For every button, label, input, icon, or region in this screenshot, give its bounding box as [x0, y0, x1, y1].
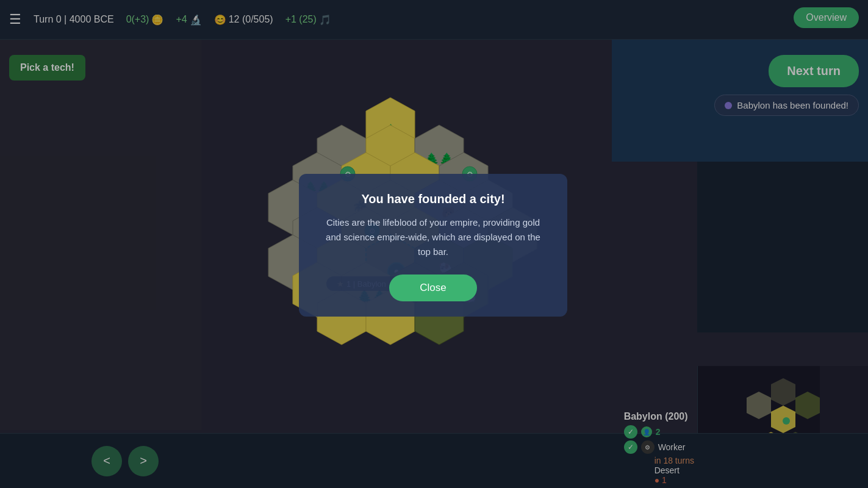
city-founded-modal: You have founded a city! Cities are the … — [299, 174, 567, 317]
modal-body: Cities are the lifeblood of your empire,… — [320, 215, 546, 259]
close-button[interactable]: Close — [389, 274, 476, 301]
modal-overlay: You have founded a city! Cities are the … — [0, 0, 868, 488]
modal-body-text: Cities are the lifeblood of your empire,… — [326, 217, 540, 257]
modal-title: You have founded a city! — [320, 192, 546, 206]
